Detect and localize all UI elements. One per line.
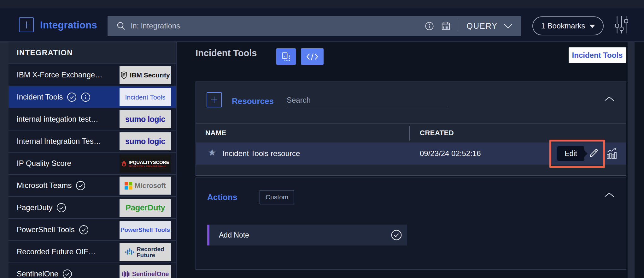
action-item-add-note[interactable]: Add Note: [207, 225, 407, 245]
calendar-icon[interactable]: [441, 21, 451, 31]
add-resource-button[interactable]: [207, 92, 222, 107]
collapse-resources-chevron-up-icon[interactable]: [604, 96, 615, 102]
powershell-tools-logo: PowerShell Tools: [120, 221, 171, 239]
sidebar-gutter: [0, 42, 9, 278]
ip-quality-score-logo: IPQUALITYSCORE PROACTIVELY PREVENT FRAUD: [120, 154, 171, 172]
collapse-actions-chevron-up-icon[interactable]: [604, 192, 615, 198]
filter-sliders-icon[interactable]: [614, 15, 629, 35]
flame-icon: [121, 160, 127, 167]
new-integration-button[interactable]: [19, 17, 34, 32]
pagerduty-logo: PagerDuty: [120, 199, 171, 217]
sidebar-item-label: SentinelOne: [17, 269, 58, 278]
code-icon: [306, 53, 318, 61]
bookmarks-button[interactable]: 1 Bookmarks: [532, 16, 604, 35]
actions-title: Actions: [207, 192, 237, 202]
bookmarks-label: 1 Bookmarks: [541, 21, 585, 30]
sidebar-item-pagerduty[interactable]: PagerDuty PagerDuty: [9, 197, 176, 219]
sumo-logic-logo: sumo logic: [120, 110, 171, 128]
resources-title: Resources: [232, 96, 274, 106]
scrollbar[interactable]: [628, 42, 635, 278]
logo-text: IPQUALITYSCORE: [128, 160, 169, 165]
sidebar-item-incident-tools[interactable]: Incident Tools Incident Tools: [9, 86, 176, 108]
code-view-button[interactable]: [301, 48, 324, 65]
query-dropdown[interactable]: QUERY: [467, 21, 513, 31]
resource-name: Incident Tools resource: [222, 149, 300, 158]
sidebar-item-label: Recorded Future OIF…: [17, 247, 96, 256]
resources-header: Resources: [196, 82, 626, 124]
plus-icon: [22, 21, 31, 29]
action-label: Add Note: [219, 231, 249, 239]
microsoft-squares-icon: [125, 182, 132, 190]
microsoft-logo: Microsoft: [120, 177, 171, 195]
info-circle-icon[interactable]: [81, 92, 91, 102]
logo-text: PowerShell Tools: [120, 227, 170, 233]
search-bar-controls: QUERY: [418, 16, 521, 36]
chevron-down-icon: [503, 23, 513, 29]
logo-text: SentinelOne: [132, 270, 169, 278]
resources-table-header: NAME CREATED: [196, 124, 626, 142]
sidebar-item-recorded-future[interactable]: Recorded Future OIF… Recorded Future: [9, 241, 176, 263]
sidebar-item-powershell-tools[interactable]: PowerShell Tools PowerShell Tools: [9, 219, 176, 241]
sidebar-item-ibm-xforce[interactable]: IBM X-Force Exchange… IBM Security: [9, 64, 176, 86]
sidebar-item-sentinelone[interactable]: SentinelOne SentinelOne: [9, 263, 176, 278]
search-icon: [116, 21, 126, 31]
logo-text: Incident Tools: [125, 94, 165, 101]
search-divider: [459, 20, 459, 32]
page-title: Integrations: [40, 20, 97, 31]
check-circle-icon: [62, 269, 72, 278]
check-circle-icon: [67, 92, 77, 102]
app-window: Integrations QUERY 1 Bookma: [0, 0, 644, 278]
actions-panel: Actions Custom Add Note: [196, 178, 626, 270]
resource-row[interactable]: ★ Incident Tools resource 09/23/24 02:52…: [196, 142, 626, 165]
plus-icon: [210, 96, 218, 104]
sidebar-item-internal-integration-test[interactable]: internal integation test… sumo logic: [9, 108, 176, 130]
integration-sidebar: INTEGRATION IBM X-Force Exchange… IBM Se…: [9, 42, 177, 278]
edit-tooltip: Edit: [557, 146, 584, 161]
column-divider: [409, 126, 410, 141]
sidebar-item-label: Incident Tools: [17, 93, 63, 101]
resources-search: [286, 96, 447, 108]
sumo-logic-logo: sumo logic: [120, 132, 171, 150]
logo-subtext: PROACTIVELY PREVENT FRAUD: [128, 165, 169, 167]
top-bar: Integrations QUERY 1 Bookma: [0, 0, 644, 42]
logo-text: sumo logic: [125, 137, 165, 146]
duplicate-button[interactable]: [276, 48, 296, 65]
resources-search-input[interactable]: [286, 96, 447, 108]
usage-chart-icon[interactable]: [606, 148, 618, 159]
logo-text: Recorded Future: [137, 246, 166, 258]
logo-text: Microsoft: [135, 182, 166, 190]
incident-tools-logo: Incident Tools: [120, 88, 171, 106]
sidebar-item-ip-quality-score[interactable]: IP Quality Score IPQUALITYSCORE PROACTIV…: [9, 153, 176, 175]
copy-icon: [281, 52, 291, 61]
sidebar-item-internal-integration-tes[interactable]: Internal Integration Tes… sumo logic: [9, 130, 176, 153]
sidebar-item-label: IP Quality Score: [17, 159, 71, 168]
check-circle-icon: [391, 229, 402, 241]
check-circle-icon: [76, 181, 85, 190]
custom-tag: Custom: [260, 190, 294, 204]
sidebar-item-label: PowerShell Tools: [17, 225, 75, 234]
ibm-shield-icon: [120, 71, 127, 79]
sidebar-item-label: internal integation test…: [17, 115, 98, 124]
sentinelone-icon: [122, 270, 130, 278]
integration-badge: Incident Tools: [569, 47, 626, 63]
column-header-name: NAME: [205, 129, 226, 137]
resources-panel: Resources NAME CREATED ★ Incident Tools …: [196, 82, 626, 176]
info-icon[interactable]: [425, 21, 434, 31]
resource-created: 09/23/24 02:52:16: [420, 149, 481, 158]
ibm-security-logo: IBM Security: [120, 66, 171, 84]
recorded-future-logo: Recorded Future: [120, 243, 171, 261]
star-icon[interactable]: ★: [208, 148, 216, 157]
sentinelone-logo: SentinelOne: [120, 265, 171, 278]
check-circle-icon: [56, 203, 66, 213]
sidebar-item-label: Internal Integration Tes…: [17, 137, 101, 146]
search-input[interactable]: [131, 21, 389, 30]
search-bar: QUERY: [108, 16, 521, 36]
sidebar-item-label: Microsoft Teams: [17, 181, 72, 190]
logo-text: PagerDuty: [126, 203, 165, 213]
integration-title: Incident Tools: [196, 48, 257, 58]
edit-pencil-icon[interactable]: [588, 147, 600, 159]
logo-text: sumo logic: [125, 115, 165, 124]
caret-down-icon: [589, 25, 595, 28]
sidebar-item-microsoft-teams[interactable]: Microsoft Teams Microsoft: [9, 175, 176, 197]
column-header-created: CREATED: [420, 129, 454, 137]
